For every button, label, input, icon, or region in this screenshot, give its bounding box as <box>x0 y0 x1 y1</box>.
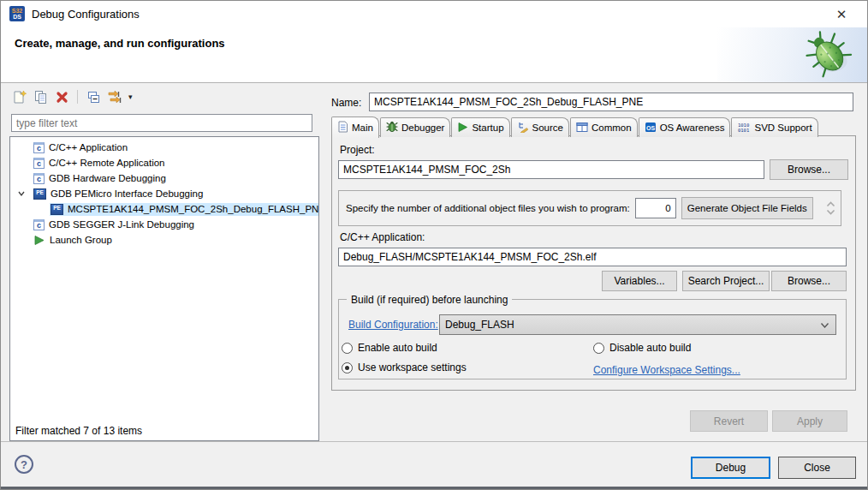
generate-object-file-fields-button[interactable]: Generate Object File Fields <box>681 197 813 219</box>
collapse-all-icon[interactable] <box>86 89 101 105</box>
configurations-toolbar: ▾ <box>11 87 133 106</box>
banner-gradient <box>717 27 867 82</box>
project-label: Project: <box>340 144 375 156</box>
toolbar-menu-caret-icon[interactable]: ▾ <box>128 93 133 101</box>
divider <box>1 82 867 83</box>
tree-item-gdb-hardware-debugging[interactable]: c GDB Hardware Debugging <box>10 170 318 186</box>
radio-selected-icon <box>342 362 353 373</box>
tree-item-selected-configuration[interactable]: PE MCSPTE1AK144_PMSM_FOC_2Sh_Debug_FLASH… <box>10 201 318 217</box>
cpp-app-icon: c <box>33 173 45 184</box>
build-configuration-select[interactable]: Debug_FLASH <box>439 314 836 335</box>
chevron-down-icon <box>820 322 829 329</box>
bug-icon <box>802 29 855 83</box>
build-group-legend: Build (if required) before launching <box>347 294 512 306</box>
divider <box>1 441 867 442</box>
application-label: C/C++ Application: <box>340 231 425 243</box>
tab-startup[interactable]: Startup <box>451 117 509 137</box>
close-icon[interactable]: ✕ <box>828 3 855 25</box>
titlebar: S32 DS Debug Configurations ✕ <box>1 1 867 27</box>
debug-button[interactable]: Debug <box>691 457 770 479</box>
tree-item-gdb-segger-jlink-debugging[interactable]: c GDB SEGGER J-Link Debugging <box>10 217 318 232</box>
application-input[interactable] <box>338 248 847 266</box>
variables-button[interactable]: Variables... <box>602 271 677 291</box>
tab-main[interactable]: Main <box>331 117 379 138</box>
object-files-label: Specify the number of additional object … <box>346 203 630 213</box>
object-files-count-input[interactable] <box>635 198 676 218</box>
binary-icon: 10100101 <box>737 122 751 134</box>
window-title: Debug Configurations <box>32 1 140 27</box>
source-icon <box>517 121 529 134</box>
expanded-chevron-icon[interactable] <box>17 189 26 200</box>
tab-debugger[interactable]: Debugger <box>380 117 451 137</box>
delete-configuration-icon[interactable] <box>54 89 69 105</box>
use-workspace-settings-radio[interactable]: Use workspace settings <box>342 362 467 373</box>
debug-configurations-dialog: S32 DS Debug Configurations ✕ <box>0 0 868 490</box>
tree-item-cpp-application[interactable]: c C/C++ Application <box>10 140 318 155</box>
tree-item-launch-group[interactable]: Launch Group <box>10 232 318 248</box>
enable-auto-build-radio[interactable]: Enable auto build <box>342 342 437 354</box>
name-input[interactable] <box>369 93 853 111</box>
chevron-down-icon <box>826 209 835 215</box>
scroll-spinner[interactable] <box>823 201 837 215</box>
radio-icon <box>593 343 604 354</box>
tab-common[interactable]: Common <box>570 117 638 137</box>
help-button[interactable]: ? <box>15 455 33 474</box>
filter-status-label: Filter matched 7 of 13 items <box>15 425 142 437</box>
object-files-group: Specify the number of additional object … <box>338 190 841 226</box>
debugger-bug-icon <box>386 121 398 134</box>
project-input[interactable] <box>338 160 764 179</box>
tab-svd-support[interactable]: 10100101 SVD Support <box>731 117 817 137</box>
revert-button[interactable]: Revert <box>690 410 768 432</box>
configure-workspace-settings-link[interactable]: Configure Workspace Settings... <box>593 364 740 376</box>
application-browse-button[interactable]: Browse... <box>771 271 847 291</box>
tab-os-awareness[interactable]: OS OS Awareness <box>639 117 731 137</box>
startup-play-icon <box>457 122 468 134</box>
radio-icon <box>342 343 353 354</box>
page-title: Create, manage, and run configurations <box>15 37 225 50</box>
table-icon <box>576 122 588 134</box>
document-icon <box>337 121 348 134</box>
chevron-up-icon <box>826 201 835 207</box>
os-awareness-icon: OS <box>645 122 657 134</box>
cpp-app-icon: c <box>33 219 45 230</box>
filter-configurations-icon[interactable] <box>107 89 122 105</box>
duplicate-configuration-icon[interactable] <box>33 89 48 105</box>
pemicro-icon: PE <box>51 204 63 215</box>
header-banner: Create, manage, and run configurations <box>1 27 867 82</box>
project-browse-button[interactable]: Browse... <box>770 159 848 180</box>
app-icon: S32 DS <box>9 6 25 21</box>
pemicro-icon: PE <box>33 188 46 200</box>
filter-input[interactable] <box>11 114 312 132</box>
svg-text:1010: 1010 <box>738 122 749 127</box>
name-label: Name: <box>331 97 361 109</box>
svg-text:OS: OS <box>646 124 655 130</box>
apply-button[interactable]: Apply <box>772 410 847 432</box>
build-configuration-link[interactable]: Build Configuration: <box>348 319 438 331</box>
tree-item-gdb-pemicro-interface-debugging[interactable]: PE GDB PEMicro Interface Debugging <box>10 186 318 201</box>
toolbar-separator <box>77 90 78 104</box>
cpp-app-icon: c <box>33 158 45 169</box>
tab-source[interactable]: Source <box>511 117 569 137</box>
launch-group-icon <box>33 235 45 246</box>
search-project-button[interactable]: Search Project... <box>682 271 770 291</box>
configurations-tree: c C/C++ Application c C/C++ Remote Appli… <box>9 136 319 441</box>
new-configuration-icon[interactable] <box>11 89 27 105</box>
disable-auto-build-radio[interactable]: Disable auto build <box>593 342 691 354</box>
close-button[interactable]: Close <box>778 457 856 479</box>
cpp-app-icon: c <box>33 142 45 153</box>
svg-text:0101: 0101 <box>738 128 749 133</box>
tree-item-cpp-remote-application[interactable]: c C/C++ Remote Application <box>10 155 318 170</box>
tab-bar: Main Debugger Startup <box>331 116 818 137</box>
